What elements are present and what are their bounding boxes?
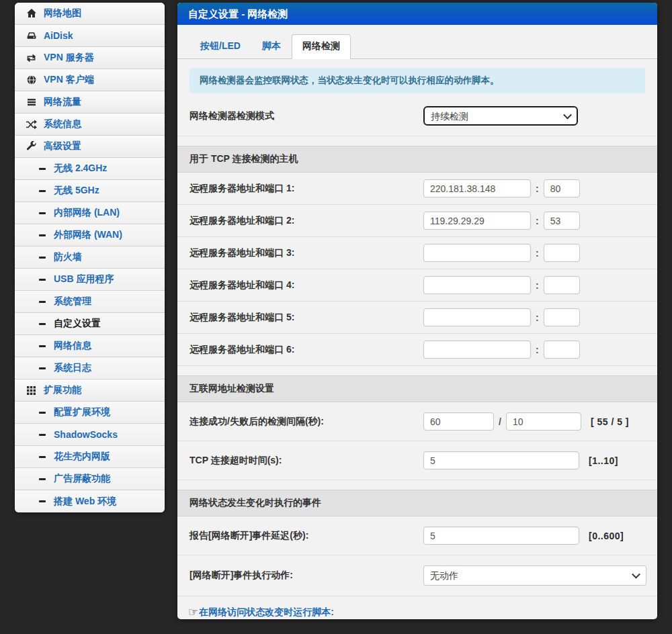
sidebar-item-system-log[interactable]: 系统日志 bbox=[15, 357, 165, 379]
sidebar-item-configure-ext-env[interactable]: 配置扩展环境 bbox=[15, 402, 165, 424]
sidebar-item-network-info[interactable]: 网络信息 bbox=[15, 335, 165, 357]
sidebar-item-label: 防火墙 bbox=[54, 251, 82, 263]
run-script-link[interactable]: ☞ 在网络访问状态改变时运行脚本: bbox=[177, 596, 657, 619]
section-events: 网络状态发生变化时执行的事件 bbox=[177, 490, 657, 516]
tcp-timeout-row: TCP 连接超时时间(s): [1..10] bbox=[177, 441, 657, 480]
sidebar-item-shadowsocks[interactable]: ShadowSocks bbox=[15, 424, 165, 446]
server-1-address-input[interactable] bbox=[423, 179, 531, 197]
sidebar-item-vpn-client[interactable]: VPN 客户端 bbox=[15, 69, 165, 91]
info-banner: 网络检测器会监控联网状态，当状态发生变化时可以执行相应的动作脚本。 bbox=[190, 68, 645, 93]
disconnect-action-select[interactable]: 无动作 bbox=[423, 565, 646, 586]
grid-icon bbox=[26, 385, 37, 396]
server-6-address-input[interactable] bbox=[423, 341, 531, 359]
home-icon bbox=[26, 8, 37, 19]
page-title: 自定义设置 - 网络检测 bbox=[177, 3, 657, 25]
disconnect-delay-hint: [0..600] bbox=[589, 531, 624, 541]
detection-mode-row: 网络检测器检测模式 持续检测 bbox=[177, 96, 657, 136]
pointing-hand-icon: ☞ bbox=[188, 605, 198, 619]
sidebar-item-label: 配置扩展环境 bbox=[54, 406, 110, 418]
sidebar-item-label: 扩展功能 bbox=[44, 384, 81, 396]
disconnect-action-row: [网络断开]事件执行动作: 无动作 bbox=[177, 555, 657, 596]
colon-separator: : bbox=[536, 280, 539, 291]
tab-bar: 按钮/LED 脚本 网络检测 bbox=[177, 25, 657, 59]
server-row-6: 远程服务器地址和端口 6: : bbox=[177, 334, 657, 366]
sidebar-item-label: 内部网络 (LAN) bbox=[54, 207, 120, 219]
detection-mode-select[interactable]: 持续检测 bbox=[423, 106, 578, 126]
sidebar-item-label: 系统信息 bbox=[44, 118, 81, 130]
sidebar-item-wireless-24ghz[interactable]: 无线 2.4GHz bbox=[15, 158, 165, 180]
server-4-address-input[interactable] bbox=[423, 276, 531, 294]
sidebar-item-traffic[interactable]: 网络流量 bbox=[15, 91, 165, 114]
dash-icon bbox=[39, 500, 46, 502]
sidebar-item-ad-blocking[interactable]: 广告屏蔽功能 bbox=[15, 468, 165, 490]
server-5-address-input[interactable] bbox=[423, 308, 531, 326]
sidebar-item-label: 无线 5GHz bbox=[54, 185, 99, 197]
sidebar-item-lan[interactable]: 内部网络 (LAN) bbox=[15, 202, 165, 224]
sidebar-item-usb-apps[interactable]: USB 应用程序 bbox=[15, 269, 165, 291]
sidebar-item-wireless-5ghz[interactable]: 无线 5GHz bbox=[15, 180, 165, 202]
tcp-timeout-input[interactable] bbox=[423, 451, 579, 469]
sidebar-item-label: 系统管理 bbox=[54, 296, 91, 308]
server-6-port-input[interactable] bbox=[544, 341, 580, 359]
server-2-address-input[interactable] bbox=[423, 212, 531, 230]
server-4-port-input[interactable] bbox=[544, 276, 580, 294]
colon-separator: : bbox=[536, 312, 539, 323]
dash-icon bbox=[39, 323, 46, 325]
sidebar-item-vpn-server[interactable]: VPN 服务器 bbox=[15, 47, 165, 69]
tab-button-led[interactable]: 按钮/LED bbox=[190, 34, 251, 59]
server-5-port-input[interactable] bbox=[544, 308, 580, 326]
server-row-4: 远程服务器地址和端口 4: : bbox=[177, 269, 657, 302]
tab-script[interactable]: 脚本 bbox=[251, 34, 292, 59]
colon-separator: : bbox=[536, 248, 539, 259]
dash-icon bbox=[39, 257, 46, 259]
retweet-icon bbox=[26, 52, 37, 64]
sidebar-item-aidisk[interactable]: AiDisk bbox=[15, 25, 165, 47]
sidebar-item-advanced-settings[interactable]: 高级设置 bbox=[15, 136, 165, 158]
shuffle-icon bbox=[26, 119, 37, 130]
sidebar-item-label: 网络信息 bbox=[54, 340, 91, 352]
server-row-2: 远程服务器地址和端口 2: : bbox=[177, 205, 657, 237]
interval-fail-input[interactable] bbox=[506, 412, 581, 431]
disconnect-action-select-wrap: 无动作 bbox=[423, 565, 646, 586]
sidebar-item-label: 搭建 Web 环境 bbox=[54, 496, 116, 508]
sidebar-item-wan[interactable]: 外部网络 (WAN) bbox=[15, 224, 165, 246]
dash-icon bbox=[39, 412, 46, 414]
interval-success-input[interactable] bbox=[423, 412, 494, 431]
sidebar-item-system-info[interactable]: 系统信息 bbox=[15, 114, 165, 136]
server-row-5: 远程服务器地址和端口 5: : bbox=[177, 302, 657, 334]
sidebar-nav: 网络地图 AiDisk VPN 服务器 VPN 客户端 网络流量 系统信息 bbox=[15, 3, 165, 512]
sidebar-item-web-environment[interactable]: 搭建 Web 环境 bbox=[15, 490, 165, 512]
sidebar-item-system-management[interactable]: 系统管理 bbox=[15, 291, 165, 313]
dash-icon bbox=[39, 456, 46, 458]
dash-icon bbox=[39, 301, 46, 303]
slash-separator: / bbox=[499, 416, 501, 427]
sidebar-item-oray-intranet[interactable]: 花生壳内网版 bbox=[15, 446, 165, 468]
sidebar-item-label: 广告屏蔽功能 bbox=[54, 473, 110, 485]
run-script-link-label: 在网络访问状态改变时运行脚本: bbox=[199, 606, 334, 619]
disconnect-delay-input[interactable] bbox=[423, 527, 579, 545]
tab-network-detection[interactable]: 网络检测 bbox=[292, 34, 351, 59]
server-row-3: 远程服务器地址和端口 3: : bbox=[177, 237, 657, 269]
sidebar-item-extensions[interactable]: 扩展功能 bbox=[15, 379, 165, 402]
dash-icon bbox=[39, 367, 46, 369]
sidebar-item-network-map[interactable]: 网络地图 bbox=[15, 3, 165, 25]
server-2-port-input[interactable] bbox=[544, 212, 580, 230]
server-3-address-input[interactable] bbox=[423, 244, 531, 262]
traffic-bars-icon bbox=[26, 97, 37, 108]
sidebar-item-label: 系统日志 bbox=[54, 362, 91, 374]
globe-icon bbox=[26, 75, 37, 86]
dash-icon bbox=[39, 212, 46, 214]
sidebar-item-firewall[interactable]: 防火墙 bbox=[15, 246, 165, 269]
detection-mode-label: 网络检测器检测模式 bbox=[190, 110, 423, 122]
server-3-port-input[interactable] bbox=[544, 244, 580, 262]
detection-mode-select-wrap: 持续检测 bbox=[423, 106, 578, 126]
colon-separator: : bbox=[536, 345, 539, 355]
dash-icon bbox=[39, 234, 46, 236]
server-row-1: 远程服务器地址和端口 1: : bbox=[177, 173, 657, 205]
sidebar-item-custom-settings[interactable]: 自定义设置 bbox=[15, 313, 165, 335]
sidebar-item-label: 自定义设置 bbox=[54, 318, 101, 330]
interval-row: 连接成功/失败后的检测间隔(秒): / [ 55 / 5 ] bbox=[177, 402, 657, 441]
server-1-port-input[interactable] bbox=[544, 179, 580, 197]
dash-icon bbox=[39, 478, 46, 480]
dash-icon bbox=[39, 434, 46, 436]
